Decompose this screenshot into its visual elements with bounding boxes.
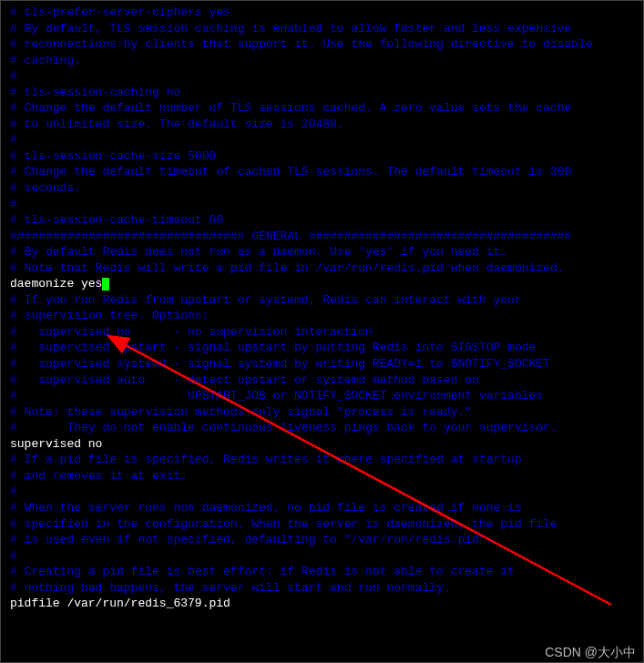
config-comment: # By default, TLS session caching is ena…	[10, 21, 634, 37]
config-comment: # By default Redis does not run as a dae…	[10, 244, 634, 260]
watermark-text: CSDN @大小中	[545, 644, 636, 661]
config-comment: # and removes it at exit.	[10, 468, 634, 484]
config-comment: # specified in the configuration. When t…	[10, 516, 634, 533]
config-comment: # caching.	[10, 53, 634, 69]
config-directive: daemonize yes	[10, 276, 634, 292]
config-comment: # Change the default number of TLS sessi…	[10, 100, 634, 117]
config-comment: # to unlimited size. The default size is…	[10, 117, 634, 133]
config-comment: # tls-session-cache-size 5000	[10, 148, 634, 165]
config-comment: # supervised systemd - signal systemd by…	[10, 356, 634, 372]
config-comment: # tls-session-caching no	[10, 85, 634, 101]
config-comment: # If you run Redis from upstart or syste…	[10, 292, 634, 309]
config-comment: # tls-prefer-server-ciphers yes	[10, 5, 634, 21]
config-comment: # If a pid file is specified, Redis writ…	[10, 452, 634, 468]
config-comment: #	[10, 68, 634, 85]
config-comment: #	[10, 484, 634, 500]
config-comment: # supervised no - no supervision interac…	[10, 324, 634, 341]
config-comment: # Note: these supervision methods only s…	[10, 404, 634, 421]
config-comment: # supervision tree. Options:	[10, 308, 634, 324]
config-comment: # nothing bad happens, the server will s…	[10, 580, 634, 597]
config-comment: # supervised auto - detect upstart or sy…	[10, 372, 634, 389]
config-comment: #	[10, 548, 634, 565]
config-comment: # tls-session-cache-timeout 60	[10, 212, 634, 229]
config-comment: # is used even if not specified, default…	[10, 532, 634, 548]
config-comment: # Note that Redis will write a pid file …	[10, 260, 634, 277]
config-directive: pidfile /var/run/redis_6379.pid	[10, 596, 634, 612]
config-comment: # seconds.	[10, 180, 634, 197]
config-comment: # UPSTART_JOB or NOTIFY_SOCKET environme…	[10, 388, 634, 404]
config-comment: # They do not enable continuous liveness…	[10, 420, 634, 436]
config-directive: supervised no	[10, 436, 634, 453]
config-comment: #	[10, 132, 634, 148]
terminal-editor[interactable]: # tls-prefer-server-ciphers yes# By defa…	[10, 5, 634, 612]
config-comment: # reconnections by clients that support …	[10, 36, 634, 53]
config-comment: #	[10, 197, 634, 213]
config-comment: # Change the default timeout of cached T…	[10, 164, 634, 180]
config-comment: ################################# GENERA…	[10, 229, 634, 245]
config-comment: # When the server runs non daemonized, n…	[10, 500, 634, 516]
cursor-icon	[102, 278, 109, 291]
config-comment: # supervised upstart - signal upstart by…	[10, 340, 634, 356]
config-comment: # Creating a pid file is best effort: if…	[10, 564, 634, 580]
